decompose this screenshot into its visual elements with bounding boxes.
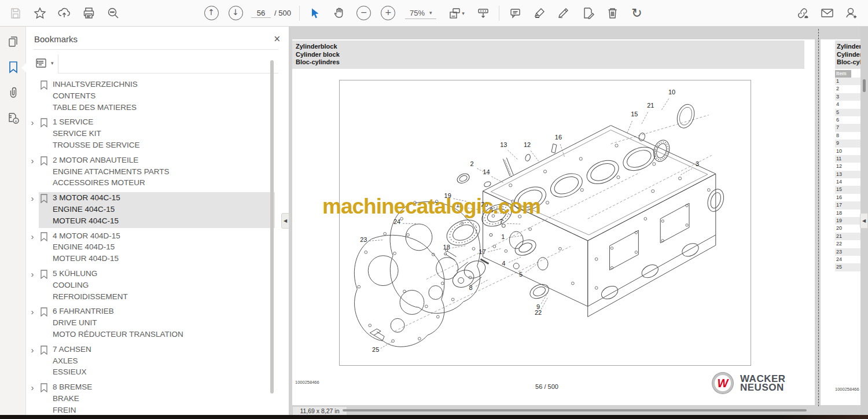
bookmark-item-body[interactable]: 5 KÜHLUNGCOOLINGREFROIDISSEMENT: [39, 268, 275, 303]
page-header-banner: Zylinderblock Cylinder block Bloc-cylind…: [835, 41, 860, 69]
callout-leader-line: [680, 168, 692, 175]
collapse-left-icon: ◀: [862, 218, 866, 223]
collapse-left-icon: ◀: [284, 218, 287, 223]
item-row: 11: [835, 155, 860, 163]
fill-and-sign-button[interactable]: [576, 2, 600, 25]
bookmark-item[interactable]: ›4 MOTOR 404D-15ENGINE 404D-15MOTEUR 404…: [26, 230, 275, 266]
save-button[interactable]: [3, 2, 28, 25]
pdf-page-57-partial: Zylinderblock Cylinder block Bloc-cylind…: [821, 39, 860, 405]
item-row: 25: [835, 263, 860, 271]
chevron-down-icon: ▾: [429, 10, 432, 16]
callout-number: 24: [393, 218, 400, 225]
callout-leader-line: [541, 292, 548, 303]
zoom-out-button[interactable]: −: [352, 2, 376, 25]
fit-page-button[interactable]: ▾: [441, 2, 471, 25]
item-row: 10: [835, 148, 860, 155]
rotate-button[interactable]: ↻: [624, 2, 649, 25]
callout-leader-line: [541, 297, 548, 310]
bookmark-item-body[interactable]: 7 ACHSENAXLESESSIEUX: [39, 344, 275, 379]
destinations-panel-button[interactable]: [0, 105, 26, 131]
badge-letter: W: [718, 377, 729, 390]
callout-number: 2: [470, 160, 473, 167]
page-header-banner: Zylinderblock Cylinder block Bloc-cylind…: [292, 41, 804, 69]
divider: [58, 73, 278, 73]
page-number-input[interactable]: [251, 9, 271, 18]
attachments-panel-button[interactable]: [0, 80, 26, 105]
bookmark-item[interactable]: ›3 MOTOR 404C-15ENGINE 404C-15MOTEUR 404…: [26, 192, 275, 227]
delete-button[interactable]: [600, 2, 624, 25]
bookmark-item-label: 4 MOTOR 404D-15ENGINE 404D-15MOTEUR 404D…: [53, 230, 120, 264]
bookmark-item-body[interactable]: 2 MOTOR ANBAUTEILEENGINE ATTACHMENTS PAR…: [39, 155, 275, 190]
bookmark-options-button[interactable]: ▾: [34, 53, 54, 73]
item-row: 16: [835, 194, 860, 201]
chevron-down-icon: ▾: [51, 60, 54, 66]
callout-number: 1: [501, 233, 505, 240]
item-row: 24: [835, 256, 860, 263]
chevron-right-icon[interactable]: ›: [26, 192, 39, 204]
bookmark-icon: [40, 230, 53, 244]
previous-page-button[interactable]: ↑: [199, 2, 223, 25]
bookmark-item-body[interactable]: 8 BREMSEBRAKEFREIN: [39, 381, 275, 415]
share-upload-button[interactable]: [52, 2, 76, 25]
callout-number: 17: [479, 248, 486, 255]
collapse-panel-button[interactable]: ◀: [281, 213, 289, 229]
bookmark-item[interactable]: ›1 SERVICESERVICE KITTROUSSE DE SERVICE: [26, 116, 275, 152]
zoom-in-button[interactable]: +: [376, 2, 400, 25]
bookmark-item-body[interactable]: 1 SERVICESERVICE KITTROUSSE DE SERVICE: [39, 116, 275, 152]
chevron-right-icon[interactable]: ›: [26, 306, 39, 317]
bookmarks-scrollbar[interactable]: [270, 60, 274, 394]
chevron-right-icon[interactable]: ›: [26, 116, 39, 128]
vertical-scrollbar-thumb[interactable]: [863, 79, 866, 92]
callout-number: 16: [555, 134, 562, 141]
email-button[interactable]: [815, 2, 839, 25]
select-tool-button[interactable]: [303, 2, 328, 25]
bookmark-item-label: 8 BREMSEBRAKEFREIN: [53, 381, 92, 415]
chevron-right-icon[interactable]: ›: [26, 155, 39, 166]
brand-line-2: NEUSON: [740, 383, 786, 392]
bookmark-item[interactable]: ›2 MOTOR ANBAUTEILEENGINE ATTACHMENTS PA…: [26, 155, 275, 190]
pages-panel-button[interactable]: [0, 29, 26, 54]
item-row: 7: [835, 124, 860, 131]
item-row: 4: [835, 101, 860, 108]
bookmark-item-body[interactable]: 6 FAHRANTRIEBDRIVE UNITMOTO RÉDUCTEUR TR…: [39, 306, 275, 341]
bookmark-item[interactable]: INHALTSVERZEICHNISCONTENTSTABLE DES MATI…: [26, 79, 275, 114]
add-account-button[interactable]: [839, 2, 863, 25]
document-number: 1000258466: [835, 387, 860, 392]
chevron-right-icon[interactable]: ›: [26, 381, 39, 393]
bookmark-item[interactable]: ›7 ACHSENAXLESESSIEUX: [26, 344, 275, 379]
bookmark-item[interactable]: ›5 KÜHLUNGCOOLINGREFROIDISSEMENT: [26, 268, 275, 303]
sign-pen-button[interactable]: [551, 2, 576, 25]
comment-button[interactable]: [503, 2, 527, 25]
callout-leader-line: [560, 144, 565, 157]
item-row: 17: [835, 201, 860, 209]
toolbar-separator: [299, 6, 300, 21]
bookmark-item-selected[interactable]: 3 MOTOR 404C-15ENGINE 404C-15MOTEUR 404C…: [39, 192, 275, 227]
collapse-right-button[interactable]: ◀: [860, 213, 868, 229]
print-button[interactable]: [76, 2, 101, 25]
zoom-level-select[interactable]: 75% ▾: [405, 8, 437, 19]
hand-tool-button[interactable]: [328, 2, 352, 25]
zoom-level-value: 75%: [410, 9, 425, 17]
chevron-right-icon[interactable]: ›: [26, 230, 39, 242]
item-row: 19: [835, 217, 860, 225]
callout-number: 5: [519, 271, 523, 278]
close-panel-icon[interactable]: ×: [273, 34, 281, 44]
bookmark-item[interactable]: ›6 FAHRANTRIEBDRIVE UNITMOTO RÉDUCTEUR T…: [26, 306, 275, 341]
chevron-right-icon[interactable]: ›: [26, 268, 39, 280]
bookmark-item[interactable]: ›8 BREMSEBRAKEFREIN: [26, 381, 275, 415]
search-zoom-button[interactable]: [101, 2, 125, 25]
item-row: 5: [835, 109, 860, 116]
divider: [58, 54, 58, 73]
page-footer-label: 56 / 500: [524, 383, 570, 390]
page-size-indicator: 11,69 x 8,27 in: [292, 406, 347, 416]
chevron-right-icon[interactable]: ›: [26, 344, 39, 355]
highlight-button[interactable]: [527, 2, 551, 25]
share-link-button[interactable]: [790, 2, 815, 25]
next-page-button[interactable]: ↓: [223, 2, 248, 25]
fit-width-button[interactable]: [471, 2, 495, 25]
bookmark-item-body[interactable]: 4 MOTOR 404D-15ENGINE 404D-15MOTEUR 404D…: [39, 230, 275, 266]
horizontal-scrollbar-thumb[interactable]: [343, 409, 807, 411]
pdf-page-56: Zylinderblock Cylinder block Bloc-cylind…: [292, 39, 815, 405]
favorite-star-button[interactable]: [28, 2, 52, 25]
bookmark-item-body[interactable]: INHALTSVERZEICHNISCONTENTSTABLE DES MATI…: [39, 79, 275, 114]
